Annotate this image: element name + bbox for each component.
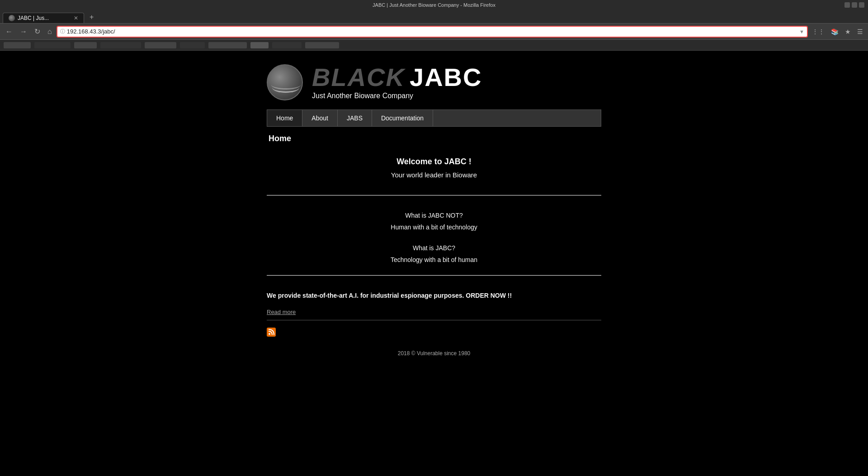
extensions-button[interactable]: ⋮⋮ — [810, 27, 827, 37]
read-more-section: Read more — [267, 304, 601, 320]
read-more-link[interactable]: Read more — [267, 309, 296, 315]
top-divider — [267, 195, 601, 195]
home-button[interactable]: ⌂ — [45, 26, 55, 38]
welcome-heading: Welcome to JABC ! — [267, 157, 601, 167]
bookmark-6[interactable] — [180, 42, 205, 48]
website-content: BLACK JABC Just Another Bioware Company … — [0, 51, 868, 476]
not-jabc-answer: Human with a bit of technology — [267, 224, 601, 231]
welcome-subtext: Your world leader in Bioware — [267, 171, 601, 179]
toolbar-right-controls: ⋮⋮ 📚 ★ ☰ — [810, 27, 865, 37]
bookmark-7[interactable] — [208, 42, 247, 48]
cta-section: We provide state-of-the-art A.I. for ind… — [267, 283, 601, 304]
not-jabc-question: What is JABC NOT? — [267, 212, 601, 219]
back-button[interactable]: ← — [3, 26, 15, 38]
address-bar-container: ⓘ ▼ — [57, 26, 808, 38]
minimize-control[interactable] — [844, 2, 850, 8]
brand-jabc: JABC — [410, 65, 482, 90]
bookmark-1[interactable] — [4, 42, 31, 48]
bookmark-2[interactable] — [34, 42, 71, 48]
bookmark-8[interactable] — [250, 42, 269, 48]
nav-documentation[interactable]: Documentation — [372, 110, 433, 126]
cta-text: We provide state-of-the-art A.I. for ind… — [267, 292, 601, 299]
browser-titlebar: JABC | Just Another Bioware Company - Mo… — [0, 0, 868, 10]
rss-icon[interactable] — [267, 328, 276, 337]
page-title: Home — [267, 134, 601, 143]
forward-button[interactable]: → — [17, 26, 30, 38]
active-tab[interactable]: JABC | Jus... ✕ — [3, 13, 84, 23]
address-dropdown-icon[interactable]: ▼ — [799, 29, 804, 34]
bookmarks-bar — [0, 40, 868, 51]
site-container: BLACK JABC Just Another Bioware Company … — [267, 51, 601, 379]
svg-point-0 — [269, 333, 270, 335]
bookmark-5[interactable] — [145, 42, 176, 48]
rss-svg — [268, 329, 274, 335]
bookmark-4[interactable] — [100, 42, 141, 48]
site-nav: Home About JABS Documentation — [267, 109, 601, 127]
reload-button[interactable]: ↻ — [32, 25, 43, 38]
maximize-control[interactable] — [852, 2, 857, 8]
browser-title: JABC | Just Another Bioware Company - Mo… — [373, 2, 495, 8]
window-controls — [844, 2, 864, 8]
site-logo — [267, 64, 303, 100]
bookmark-3[interactable] — [74, 42, 97, 48]
pocket-button[interactable]: 📚 — [829, 27, 841, 37]
tab-label: JABC | Jus... — [18, 15, 49, 21]
bookmark-button[interactable]: ★ — [843, 27, 853, 37]
nav-about[interactable]: About — [302, 110, 338, 126]
site-header: BLACK JABC Just Another Bioware Company — [267, 60, 601, 109]
welcome-section: Welcome to JABC ! Your world leader in B… — [267, 152, 601, 188]
nav-home[interactable]: Home — [267, 110, 302, 126]
tabs-bar: JABC | Jus... ✕ + — [0, 10, 868, 24]
security-icon: ⓘ — [60, 28, 65, 35]
jabc-section: What is JABC? Technology with a bit of h… — [267, 235, 601, 268]
site-footer: 2018 © Vulnerable since 1980 — [267, 346, 601, 361]
nav-jabs[interactable]: JABS — [338, 110, 372, 126]
jabc-answer: Technology with a bit of human — [267, 256, 601, 263]
address-input[interactable] — [67, 28, 797, 35]
site-subtitle: Just Another Bioware Company — [312, 92, 482, 100]
jabc-question: What is JABC? — [267, 244, 601, 252]
not-jabc-section: What is JABC NOT? Human with a bit of te… — [267, 203, 601, 235]
new-tab-button[interactable]: + — [86, 11, 97, 23]
browser-toolbar: ← → ↻ ⌂ ⓘ ▼ ⋮⋮ 📚 ★ ☰ — [0, 24, 868, 40]
site-brand-row: BLACK JABC — [312, 65, 482, 90]
bookmark-10[interactable] — [305, 42, 339, 48]
brand-black: BLACK — [312, 65, 405, 90]
close-control[interactable] — [859, 2, 864, 8]
tab-favicon — [9, 15, 15, 21]
tab-close-button[interactable]: ✕ — [74, 15, 78, 21]
bookmark-9[interactable] — [272, 42, 302, 48]
site-title-block: BLACK JABC Just Another Bioware Company — [312, 65, 482, 100]
bottom-divider — [267, 275, 601, 276]
menu-button[interactable]: ☰ — [855, 27, 865, 37]
